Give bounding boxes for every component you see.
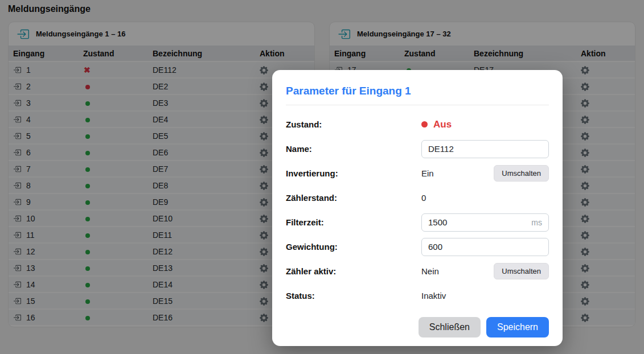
filterzeit-label: Filterzeit: (286, 217, 421, 227)
field-row-gewichtung: Gewichtung: (286, 237, 549, 256)
zaehler-aktiv-umschalten-button[interactable]: Umschalten (494, 263, 549, 279)
red-dot-icon (421, 121, 428, 127)
zaehlerstand-label: Zählerstand: (286, 193, 421, 203)
zaehlerstand-value: 0 (421, 193, 426, 203)
invertierung-label: Invertierung: (286, 168, 421, 178)
modal-footer: Schließen Speichern (286, 317, 549, 337)
status-label: Status: (286, 291, 421, 301)
status-value: Inaktiv (421, 291, 446, 301)
modal-title: Parameter für Eingang 1 (286, 85, 549, 97)
field-row-zaehlerstand: Zählerstand: 0 (286, 188, 549, 207)
field-row-filterzeit: Filterzeit: ms (286, 213, 549, 232)
save-button[interactable]: Speichern (486, 317, 549, 337)
name-label: Name: (286, 144, 421, 154)
filterzeit-input[interactable] (421, 213, 549, 232)
zaehler-aktiv-value: Nein (421, 266, 439, 276)
zustand-value: Aus (433, 119, 452, 130)
gewichtung-label: Gewichtung: (286, 242, 421, 252)
zustand-label: Zustand: (286, 120, 421, 129)
field-row-status: Status: Inaktiv (286, 286, 549, 305)
name-input[interactable] (421, 140, 549, 158)
gewichtung-input[interactable] (421, 238, 549, 256)
zustand-state: Aus (421, 119, 452, 130)
zaehler-aktiv-label: Zähler aktiv: (286, 266, 421, 276)
divider (286, 105, 549, 105)
field-row-invertierung: Invertierung: Ein Umschalten (286, 164, 549, 183)
close-button[interactable]: Schließen (419, 317, 481, 337)
invertierung-umschalten-button[interactable]: Umschalten (494, 165, 549, 182)
parameter-modal: Parameter für Eingang 1 Zustand: Aus Nam… (272, 70, 563, 346)
field-row-zustand: Zustand: Aus (286, 115, 549, 134)
invertierung-value: Ein (421, 168, 434, 178)
field-row-name: Name: (286, 139, 549, 158)
field-row-zaehler-aktiv: Zähler aktiv: Nein Umschalten (286, 262, 549, 281)
